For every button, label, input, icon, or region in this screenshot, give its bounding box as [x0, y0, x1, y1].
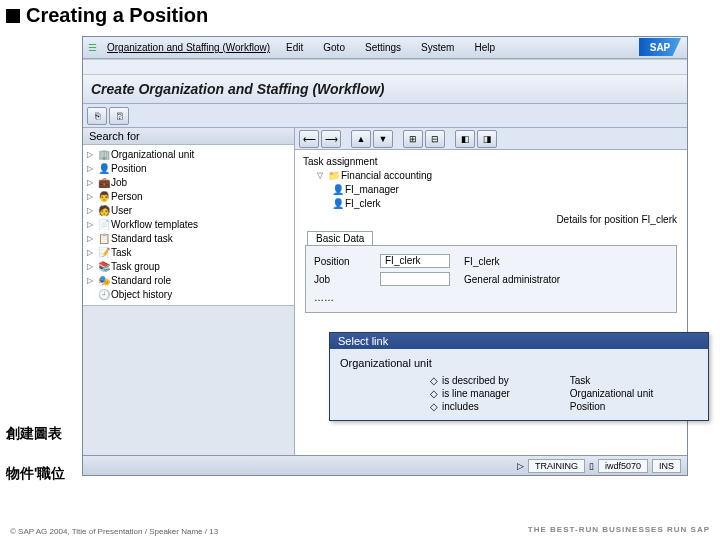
- bullet-icon: ◇: [430, 401, 438, 412]
- expand-icon[interactable]: ▷: [87, 206, 97, 215]
- search-item-job[interactable]: ▷💼Job: [87, 175, 290, 189]
- link-includes[interactable]: ◇includes: [430, 401, 510, 412]
- job-label: Job: [314, 274, 374, 285]
- bullet-icon: ◇: [430, 388, 438, 399]
- search-item-person[interactable]: ▷👨Person: [87, 189, 290, 203]
- menu-edit[interactable]: Edit: [276, 42, 313, 53]
- menu-goto[interactable]: Goto: [313, 42, 355, 53]
- window-title: Organization and Staffing (Workflow): [101, 42, 276, 53]
- nav-prev-button[interactable]: ⟵: [299, 130, 319, 148]
- search-item-taskgroup[interactable]: ▷📚Task group: [87, 259, 290, 273]
- command-bar: [83, 59, 687, 75]
- workflow-icon: 📄: [97, 219, 111, 230]
- annotation-2: 物件'職位: [6, 465, 65, 483]
- tab-basic-data[interactable]: Basic Data: [307, 231, 687, 245]
- stdrole-icon: 🎭: [97, 275, 111, 286]
- expand-icon[interactable]: ▷: [87, 178, 97, 187]
- job-icon: 💼: [97, 177, 111, 188]
- title-marker: [6, 9, 20, 23]
- position-icon: 👤: [331, 198, 345, 209]
- status-mode: INS: [652, 459, 681, 473]
- footer-copyright: © SAP AG 2004, Title of Presentation / S…: [10, 527, 218, 536]
- user-icon: 🧑: [97, 205, 111, 216]
- search-item-stdrole[interactable]: ▷🎭Standard role: [87, 273, 290, 287]
- expand-icon[interactable]: ▷: [87, 248, 97, 257]
- search-item-task[interactable]: ▷📝Task: [87, 245, 290, 259]
- annotation-1: 創建圖表: [6, 425, 62, 443]
- search-item-stdtask[interactable]: ▷📋Standard task: [87, 231, 290, 245]
- toolbar-misc-1[interactable]: ⊞: [403, 130, 423, 148]
- menu-settings[interactable]: Settings: [355, 42, 411, 53]
- org-unit-icon: 🏢: [97, 149, 111, 160]
- link-described-by[interactable]: ◇is described by: [430, 375, 510, 386]
- expand-icon[interactable]: ▷: [87, 234, 97, 243]
- toolbar-btn-2[interactable]: ⍰: [109, 107, 129, 125]
- status-session: iwdf5070: [598, 459, 648, 473]
- task-root[interactable]: ▽📁Financial accounting: [303, 168, 679, 182]
- expand-icon[interactable]: ▷: [87, 220, 97, 229]
- position-label: Position: [314, 256, 374, 267]
- task-header: Task assignment: [303, 154, 679, 168]
- search-results-empty: [83, 306, 294, 468]
- statusbar: ▷ TRAINING ▯ iwdf5070 INS: [83, 455, 687, 475]
- row-position: Position FI_clerk FI_clerk: [314, 252, 668, 270]
- details-toolbar: ⟵ ⟶ ▲ ▼ ⊞ ⊟ ◧ ◨: [295, 128, 687, 150]
- row-job: Job General administrator: [314, 270, 668, 288]
- app-toolbar: ⎘ ⍰: [83, 104, 687, 128]
- menu-help[interactable]: Help: [464, 42, 505, 53]
- task-child-1[interactable]: 👤FI_manager: [303, 182, 679, 196]
- stdtask-icon: 📋: [97, 233, 111, 244]
- search-item-history[interactable]: 🕘Object history: [87, 287, 290, 301]
- taskgroup-icon: 📚: [97, 261, 111, 272]
- task-icon: 📝: [97, 247, 111, 258]
- position-code-field[interactable]: FI_clerk: [380, 254, 450, 268]
- nav-up-button[interactable]: ▲: [351, 130, 371, 148]
- expand-icon[interactable]: ▷: [87, 150, 97, 159]
- menubar: ☰ Organization and Staffing (Workflow) E…: [83, 37, 687, 59]
- window-menu-icon[interactable]: ☰: [83, 42, 101, 53]
- basic-data-form: Position FI_clerk FI_clerk Job General a…: [305, 245, 677, 313]
- search-item-user[interactable]: ▷🧑User: [87, 203, 290, 217]
- position-name: FI_clerk: [456, 256, 500, 267]
- sap-logo: SAP: [639, 38, 681, 56]
- nav-down-button[interactable]: ▼: [373, 130, 393, 148]
- expand-icon[interactable]: ▷: [87, 276, 97, 285]
- search-item-org-unit[interactable]: ▷🏢Organizational unit: [87, 147, 290, 161]
- toolbar-misc-4[interactable]: ◨: [477, 130, 497, 148]
- person-icon: 👨: [97, 191, 111, 202]
- task-child-2[interactable]: 👤FI_clerk: [303, 196, 679, 210]
- status-client: TRAINING: [528, 459, 585, 473]
- toolbar-misc-2[interactable]: ⊟: [425, 130, 445, 148]
- search-item-position[interactable]: ▷👤Position: [87, 161, 290, 175]
- expand-icon[interactable]: ▷: [87, 262, 97, 271]
- collapse-icon[interactable]: ▽: [317, 171, 327, 180]
- slide-title: Creating a Position: [0, 0, 720, 33]
- toolbar-btn-1[interactable]: ⎘: [87, 107, 107, 125]
- job-name: General administrator: [456, 274, 560, 285]
- link-line-manager[interactable]: ◇is line manager: [430, 388, 510, 399]
- expand-icon[interactable]: ▷: [87, 164, 97, 173]
- row-more: ……: [314, 288, 668, 306]
- position-icon: 👤: [331, 184, 345, 195]
- link-target-task: Task: [570, 375, 653, 386]
- popup-left-col: ◇is described by ◇is line manager ◇inclu…: [430, 375, 510, 412]
- toolbar-misc-3[interactable]: ◧: [455, 130, 475, 148]
- footer-brand: THE BEST-RUN BUSINESSES RUN SAP: [528, 525, 710, 534]
- details-header: Details for position FI_clerk: [295, 212, 687, 227]
- link-target-orgunit: Organizational unit: [570, 388, 653, 399]
- menu-system[interactable]: System: [411, 42, 464, 53]
- job-code-field[interactable]: [380, 272, 450, 286]
- popup-title: Select link: [330, 333, 708, 349]
- folder-icon: 📁: [327, 170, 341, 181]
- popup-columns: ◇is described by ◇is line manager ◇inclu…: [340, 375, 698, 412]
- status-sep-icon: ▯: [589, 461, 594, 471]
- page-title: Create Organization and Staffing (Workfl…: [83, 75, 687, 104]
- link-target-position: Position: [570, 401, 653, 412]
- expand-icon[interactable]: ▷: [87, 192, 97, 201]
- position-icon: 👤: [97, 163, 111, 174]
- popup-right-col: Task Organizational unit Position: [570, 375, 653, 412]
- popup-body: Organizational unit ◇is described by ◇is…: [330, 349, 708, 420]
- search-list: ▷🏢Organizational unit ▷👤Position ▷💼Job ▷…: [83, 145, 294, 306]
- nav-next-button[interactable]: ⟶: [321, 130, 341, 148]
- search-item-workflow[interactable]: ▷📄Workflow templates: [87, 217, 290, 231]
